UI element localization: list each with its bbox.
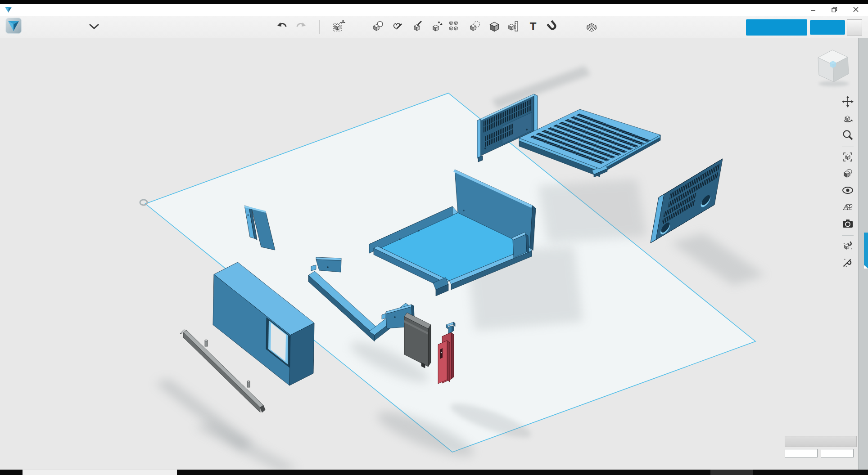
viewport-3d[interactable] bbox=[0, 38, 868, 470]
angle-snap-input[interactable] bbox=[821, 449, 854, 457]
primitives-icon bbox=[371, 19, 385, 34]
group-icon bbox=[468, 19, 482, 34]
taskbar-button-segment[interactable] bbox=[710, 470, 753, 475]
snap-tool[interactable] bbox=[545, 19, 561, 35]
screen-top-edge bbox=[0, 0, 868, 4]
chevron-down-icon[interactable] bbox=[89, 23, 99, 30]
grid-eye-icon bbox=[842, 201, 854, 213]
main-toolbar: T bbox=[0, 16, 868, 39]
premium-register-button[interactable] bbox=[746, 19, 807, 36]
sketch-tool[interactable] bbox=[390, 19, 406, 35]
snap-sketch-icon bbox=[842, 256, 854, 268]
toolbar-separator bbox=[572, 20, 572, 34]
snap-to-solid-button[interactable] bbox=[841, 240, 854, 253]
grid-controls bbox=[785, 436, 857, 447]
visibility-button[interactable] bbox=[841, 184, 854, 198]
close-icon bbox=[853, 7, 859, 12]
measure-tool[interactable] bbox=[506, 19, 521, 35]
restore-icon bbox=[832, 7, 837, 13]
minimize-icon bbox=[810, 7, 816, 12]
screenshot-button[interactable] bbox=[841, 218, 854, 231]
primitives-tool[interactable] bbox=[371, 19, 386, 35]
panel-collapse-arrow bbox=[864, 265, 868, 269]
text-icon: T bbox=[526, 19, 540, 34]
pattern-tool[interactable] bbox=[447, 19, 462, 35]
sketch-icon bbox=[391, 19, 405, 34]
close-button[interactable] bbox=[848, 5, 863, 15]
toolbar-separator bbox=[842, 147, 854, 147]
snap-solid-icon bbox=[842, 240, 854, 251]
length-snap-input[interactable] bbox=[785, 449, 818, 457]
fit-view-icon bbox=[842, 151, 854, 163]
grid-visibility-button[interactable] bbox=[841, 201, 854, 215]
pan-button[interactable] bbox=[841, 96, 854, 109]
group-tool[interactable] bbox=[467, 19, 483, 35]
redo-button[interactable] bbox=[293, 19, 308, 35]
measure-icon bbox=[506, 19, 520, 34]
transform-move-tool[interactable] bbox=[331, 19, 347, 35]
taskbar[interactable] bbox=[0, 470, 868, 475]
title-bar bbox=[0, 4, 868, 16]
shading-button[interactable] bbox=[841, 168, 854, 181]
undo-icon bbox=[276, 19, 289, 33]
app-logo[interactable] bbox=[5, 18, 22, 34]
pan-icon bbox=[842, 96, 854, 108]
zoom-icon bbox=[842, 129, 854, 141]
taskbar-window-segment[interactable] bbox=[23, 470, 177, 475]
text-tool[interactable]: T bbox=[525, 19, 541, 35]
navigation-toolbar bbox=[837, 96, 858, 270]
help-button[interactable] bbox=[847, 19, 862, 36]
snap-to-sketch-button[interactable] bbox=[841, 256, 854, 270]
fit-view-button[interactable] bbox=[841, 151, 854, 165]
modify-icon bbox=[430, 19, 444, 34]
modify-tool[interactable] bbox=[429, 19, 445, 35]
shading-icon bbox=[842, 168, 854, 179]
toolbar-separator bbox=[359, 20, 359, 34]
material-layers-icon bbox=[584, 19, 599, 34]
toolbar-separator bbox=[319, 20, 320, 34]
combine-icon bbox=[487, 19, 502, 34]
minimize-button[interactable] bbox=[805, 5, 821, 15]
restore-button[interactable] bbox=[827, 5, 842, 15]
magnet-icon bbox=[546, 19, 560, 34]
sign-in-button[interactable] bbox=[810, 20, 845, 35]
svg-text:T: T bbox=[530, 20, 537, 32]
eye-icon bbox=[842, 184, 854, 196]
zoom-button[interactable] bbox=[841, 129, 854, 143]
pattern-icon bbox=[448, 19, 462, 34]
grid-origin-marker bbox=[140, 200, 147, 205]
construct-icon bbox=[411, 19, 425, 34]
material-tool[interactable] bbox=[584, 19, 599, 35]
toolbar-separator bbox=[842, 235, 854, 236]
scene-canvas[interactable] bbox=[0, 38, 868, 470]
redo-icon bbox=[294, 19, 307, 33]
view-cube[interactable] bbox=[818, 50, 849, 86]
app-icon-small bbox=[5, 6, 12, 13]
camera-icon bbox=[842, 218, 854, 229]
panel-collapse-tab[interactable] bbox=[864, 233, 868, 269]
orbit-button[interactable] bbox=[841, 112, 854, 126]
transform-move-icon bbox=[332, 19, 346, 34]
part-right-vent-panel[interactable] bbox=[651, 159, 723, 243]
app-logo-icon bbox=[5, 18, 22, 34]
undo-button[interactable] bbox=[275, 19, 290, 35]
construct-tool[interactable] bbox=[410, 19, 425, 35]
grid-edit-button[interactable] bbox=[785, 436, 857, 447]
orbit-icon bbox=[842, 112, 854, 124]
combine-tool[interactable] bbox=[487, 19, 502, 35]
